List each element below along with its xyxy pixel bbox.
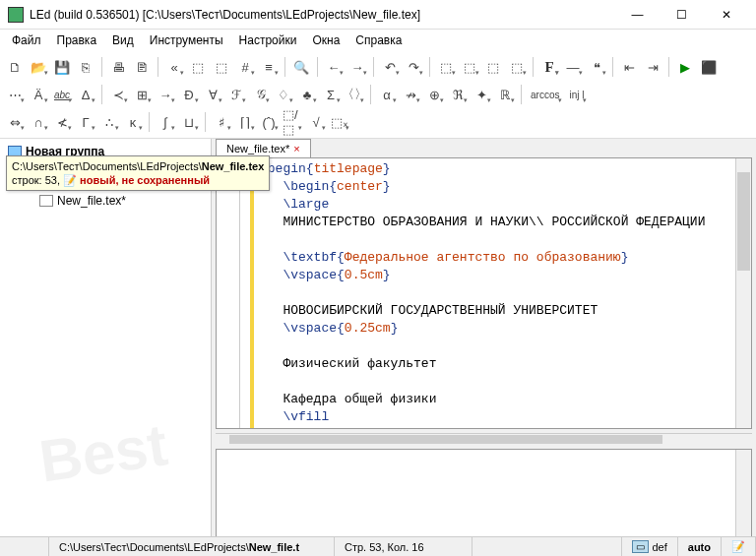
indent-left-icon[interactable]: ⇤ — [618, 56, 640, 78]
frac-icon[interactable]: ⬚/⬚ — [282, 111, 303, 133]
arccos-icon[interactable]: arccos — [527, 84, 563, 105]
dot-icon[interactable]: ∴ — [98, 111, 120, 133]
kappa-icon[interactable]: κ — [122, 111, 144, 133]
tooltip-path-prefix: C:\Users\Тест\Documents\LEdProjects\ — [12, 160, 202, 172]
dash-icon[interactable]: — — [562, 56, 584, 78]
tab-label: New_file.tex* — [226, 143, 289, 154]
preview-vscrollbar[interactable] — [735, 450, 751, 536]
status-auto: auto — [678, 537, 722, 556]
editor[interactable]: - \begin{titlepage} \begin{center} \larg… — [216, 157, 752, 429]
window-title: LEd (build 0.536501) [C:\Users\Тест\Docu… — [30, 8, 615, 22]
brace-icon[interactable]: ⌈⌉ — [234, 111, 256, 133]
accent-a-icon[interactable]: Ä — [28, 84, 49, 105]
sqrt-icon[interactable]: √ — [305, 111, 327, 133]
find-icon[interactable]: 🔍 — [290, 56, 312, 78]
print-icon[interactable]: 🖶 — [107, 56, 129, 78]
status-edit-icon[interactable]: 📝 — [722, 537, 756, 556]
dots-icon[interactable]: ⋯ — [4, 84, 26, 105]
gamma-icon[interactable]: Γ — [75, 111, 96, 133]
minimize-button[interactable]: — — [615, 1, 660, 29]
open-icon[interactable]: 📂 — [28, 56, 49, 78]
indent-right-icon[interactable]: ⇥ — [642, 56, 663, 78]
iff-icon[interactable]: ⇔ — [4, 111, 26, 133]
commands-icon[interactable]: ⬚ — [211, 56, 232, 78]
file-icon — [39, 195, 53, 207]
angle-icon[interactable]: « — [163, 56, 185, 78]
paren-icon[interactable]: (ˆ) — [258, 111, 280, 133]
stop-icon[interactable]: ⬛ — [698, 56, 720, 78]
suit-icon[interactable]: ♣ — [296, 84, 318, 105]
nabla-icon[interactable]: ∀ — [202, 84, 223, 105]
ref-icon[interactable]: ⬚ — [435, 56, 457, 78]
tooltip-line2a: строк: 53, — [12, 174, 63, 186]
star-icon[interactable]: ✦ — [471, 84, 492, 105]
sharp-icon[interactable]: ♯ — [211, 111, 232, 133]
preview-pane — [216, 449, 752, 537]
quote-icon[interactable]: ❝ — [586, 56, 607, 78]
maximize-button[interactable]: ☐ — [660, 1, 704, 29]
status-position: Стр. 53, Кол. 16 — [335, 537, 472, 556]
arrow-icon[interactable]: → — [155, 84, 176, 105]
editor-vscrollbar[interactable] — [735, 158, 751, 428]
tree-file[interactable]: New_file.tex* — [4, 192, 207, 210]
undo-icon[interactable]: ↶ — [379, 56, 401, 78]
statusbar: C:\Users\Тест\Documents\LEdProjects\New_… — [0, 536, 756, 556]
save-all-icon[interactable]: ⎘ — [75, 56, 96, 78]
circled-icon[interactable]: ℝ — [494, 84, 516, 105]
tree-file-label: New_file.tex* — [57, 194, 126, 208]
back-icon[interactable]: ← — [323, 56, 345, 78]
editor-area: New_file.tex* × - \begin{titlepage} \beg… — [212, 139, 756, 541]
delim-icon[interactable]: 〈〉 — [344, 84, 365, 105]
label-icon[interactable]: ⬚ — [506, 56, 528, 78]
space-icon[interactable]: ⊔ — [178, 111, 200, 133]
menu-windows[interactable]: Окна — [304, 31, 347, 49]
new-icon[interactable]: 🗋 — [4, 56, 26, 78]
beta-icon[interactable]: ⊕ — [423, 84, 445, 105]
forward-icon[interactable]: → — [346, 56, 368, 78]
tree-icon[interactable]: ≡ — [258, 56, 280, 78]
varr-icon[interactable]: ↛ — [400, 84, 421, 105]
menu-file[interactable]: Файл — [4, 31, 49, 49]
close-button[interactable]: ✕ — [704, 1, 748, 29]
sub-icon[interactable]: ⬚ₓ — [329, 111, 350, 133]
tooltip-path-file: New_file.tex — [202, 160, 265, 172]
left-icon[interactable]: ⬚ — [187, 56, 209, 78]
app-icon — [8, 7, 24, 23]
a7-icon[interactable]: Δ — [75, 84, 96, 105]
status-def: ▭ def — [622, 537, 677, 556]
nu-icon[interactable]: ♢ — [273, 84, 294, 105]
redo-icon[interactable]: ↷ — [403, 56, 424, 78]
cap-icon[interactable]: ∩ — [28, 111, 49, 133]
hash-icon[interactable]: # — [234, 56, 256, 78]
editor-hscrollbar[interactable] — [216, 433, 752, 445]
print-preview-icon[interactable]: 🖹 — [131, 56, 153, 78]
menu-edit[interactable]: Правка — [49, 31, 105, 49]
alpha-icon[interactable]: α — [376, 84, 398, 105]
int-icon[interactable]: ∫ — [155, 111, 176, 133]
tab-close-icon[interactable]: × — [293, 143, 299, 154]
d-icon[interactable]: Ð — [178, 84, 200, 105]
g-icon[interactable]: 𝒢 — [249, 84, 271, 105]
tooltip-line2b: новый, не сохраненный — [80, 174, 210, 186]
menu-tools[interactable]: Инструменты — [142, 31, 231, 49]
code-content[interactable]: \begin{titlepage} \begin{center} \large … — [254, 158, 735, 428]
foral-icon[interactable]: ℱ — [225, 84, 247, 105]
tooltip: C:\Users\Тест\Documents\LEdProjects\New_… — [6, 155, 270, 191]
real-icon[interactable]: ℜ — [447, 84, 469, 105]
cite-icon[interactable]: ⬚ — [459, 56, 480, 78]
run-icon[interactable]: ▶ — [674, 56, 696, 78]
menu-settings[interactable]: Настройки — [231, 31, 305, 49]
save-icon[interactable]: 💾 — [51, 56, 73, 78]
sum-icon[interactable]: Σ — [320, 84, 342, 105]
menu-help[interactable]: Справка — [347, 31, 410, 49]
inj-icon[interactable]: inj l — [565, 84, 588, 105]
menubar: Файл Правка Вид Инструменты Настройки Ок… — [0, 30, 756, 51]
titlebar: LEd (build 0.536501) [C:\Users\Тест\Docu… — [0, 0, 756, 30]
prec-icon[interactable]: ≺ — [107, 84, 129, 105]
nlt-icon[interactable]: ≮ — [51, 111, 73, 133]
plus-icon[interactable]: ⊞ — [131, 84, 153, 105]
menu-view[interactable]: Вид — [104, 31, 142, 49]
font-icon[interactable]: F — [538, 56, 560, 78]
abc-icon[interactable]: abc — [51, 84, 73, 105]
index-icon[interactable]: ⬚ — [482, 56, 504, 78]
